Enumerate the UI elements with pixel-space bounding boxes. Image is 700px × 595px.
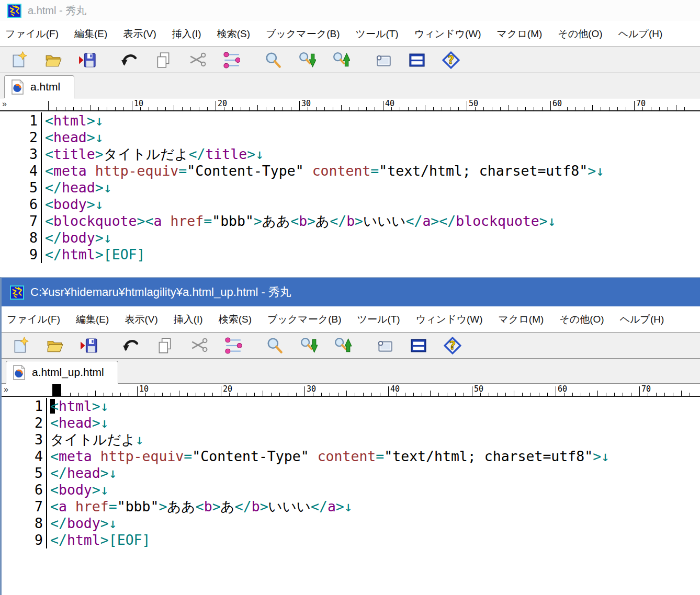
help-icon: ?: [442, 51, 460, 69]
menu-item-6[interactable]: ツール(T): [357, 313, 400, 326]
file-tab[interactable]: a.html: [4, 75, 74, 98]
code-segment: >: [92, 415, 100, 431]
menu-item-9[interactable]: その他(O): [558, 27, 602, 41]
menu-item-8[interactable]: マクロ(M): [497, 27, 543, 41]
paste-button[interactable]: [224, 337, 242, 354]
code-text[interactable]: <html>↓: [46, 398, 109, 415]
code-text[interactable]: <body>↓: [46, 482, 109, 498]
split-window-button[interactable]: [408, 51, 426, 69]
tag-jump-button[interactable]: [374, 51, 392, 69]
save-button[interactable]: [78, 51, 96, 69]
new-file-button[interactable]: [12, 337, 30, 354]
code-segment: >: [247, 146, 255, 162]
help-button[interactable]: ?: [444, 337, 461, 354]
code-text[interactable]: <blockquote><a href="bbb">ああ<b>あ</b>いいい<…: [41, 213, 556, 230]
cut-icon: [188, 51, 206, 69]
paste-button[interactable]: [222, 51, 240, 69]
ruler-tick: [304, 386, 305, 396]
text-area[interactable]: 1<html>↓2<head>↓3<title>タイトルだよ</title>↓4…: [0, 111, 700, 277]
ruler-number: 30: [301, 99, 311, 108]
new-file-button[interactable]: [10, 51, 28, 69]
cut-button[interactable]: [188, 51, 206, 69]
menu-item-0[interactable]: ファイル(F): [5, 27, 59, 41]
menu-item-7[interactable]: ウィンドウ(W): [414, 27, 481, 41]
menu-item-6[interactable]: ツール(T): [356, 27, 399, 41]
menu-item-4[interactable]: 検索(S): [217, 27, 250, 41]
ruler-tick: [639, 386, 640, 396]
code-segment: >: [588, 163, 596, 179]
file-tab[interactable]: a.html_up.html: [6, 361, 118, 384]
menu-item-9[interactable]: その他(O): [559, 313, 604, 326]
code-segment: ↓: [344, 498, 353, 514]
ruler-tick: [87, 393, 87, 396]
menu-item-8[interactable]: マクロ(M): [499, 313, 544, 326]
copy-icon: [154, 51, 172, 69]
menu-item-3[interactable]: 挿入(I): [174, 313, 203, 326]
title-bar[interactable]: a.html - 秀丸: [0, 0, 700, 21]
code-segment: ↓: [255, 146, 264, 162]
code-text[interactable]: </body>↓: [46, 515, 117, 532]
copy-button[interactable]: [154, 51, 172, 69]
code-text[interactable]: </html>[EOF]: [41, 246, 145, 263]
ruler-tick: [668, 107, 668, 110]
menu-item-5[interactable]: ブックマーク(B): [266, 27, 340, 41]
menu-item-3[interactable]: 挿入(I): [172, 27, 201, 41]
ruler-number: 40: [390, 384, 400, 394]
tag-jump-button[interactable]: [376, 337, 393, 354]
code-text[interactable]: </html>[EOF]: [46, 532, 151, 548]
ruler-tick: [129, 393, 129, 396]
menu-item-5[interactable]: ブックマーク(B): [267, 313, 342, 326]
firefox-file-icon: [11, 79, 24, 95]
menu-item-2[interactable]: 表示(V): [123, 27, 156, 41]
code-line: 9</html>[EOF]: [3, 246, 700, 263]
find-next-button[interactable]: [298, 51, 316, 69]
title-bar[interactable]: C:¥usr¥hidemaru¥htmlagility¥a.html_up.ht…: [2, 278, 700, 306]
open-folder-button[interactable]: [44, 51, 62, 69]
code-segment: >: [254, 213, 262, 229]
open-folder-button[interactable]: [46, 337, 64, 354]
text-area[interactable]: 1<html>↓2<head>↓3タイトルだよ↓4<meta http-equi…: [2, 397, 700, 595]
help-button[interactable]: ?: [442, 51, 460, 69]
menu-item-4[interactable]: 検索(S): [219, 313, 252, 326]
find-previous-button[interactable]: [332, 51, 350, 69]
undo-button[interactable]: [120, 51, 138, 69]
code-text[interactable]: <html>↓: [41, 112, 104, 129]
code-text[interactable]: <meta http-equiv="Content-Type" content=…: [41, 163, 604, 179]
undo-button[interactable]: [122, 337, 140, 354]
menu-item-10[interactable]: ヘルプ(H): [618, 27, 663, 41]
code-text[interactable]: <a href="bbb">ああ<b>あ</b>いいい</a>↓: [46, 498, 353, 515]
code-text[interactable]: </body>↓: [41, 230, 112, 246]
code-segment: http-equiv: [100, 448, 184, 464]
code-text[interactable]: <body>↓: [41, 196, 104, 213]
split-window-button[interactable]: [410, 337, 427, 354]
code-segment: >: [212, 498, 221, 514]
code-text[interactable]: タイトルだよ↓: [46, 431, 144, 448]
code-segment: head: [59, 415, 92, 431]
code-text[interactable]: <head>↓: [41, 129, 104, 146]
menu-item-10[interactable]: ヘルプ(H): [620, 313, 664, 326]
ruler-tick: [592, 105, 593, 110]
code-text[interactable]: </head>↓: [41, 179, 112, 196]
code-text[interactable]: <title>タイトルだよ</title>↓: [41, 146, 264, 163]
find-button[interactable]: [266, 337, 284, 354]
find-previous-button[interactable]: [334, 337, 352, 354]
code-segment: <: [45, 196, 53, 212]
copy-button[interactable]: [156, 337, 174, 354]
menu-item-0[interactable]: ファイル(F): [7, 313, 60, 326]
find-next-button[interactable]: [300, 337, 318, 354]
code-text[interactable]: <head>↓: [46, 415, 109, 431]
code-text[interactable]: <meta http-equiv="Content-Type" content=…: [46, 448, 609, 465]
menu-item-2[interactable]: 表示(V): [125, 313, 157, 326]
code-segment: "bbb": [117, 498, 159, 514]
find-button[interactable]: [264, 51, 282, 69]
code-line: 7<a href="bbb">ああ<b>あ</b>いいい</a>↓: [8, 498, 700, 515]
menu-item-1[interactable]: 編集(E): [76, 313, 109, 326]
ruler-tick: [324, 107, 325, 110]
menu-item-1[interactable]: 編集(E): [74, 27, 107, 41]
code-segment: >: [593, 448, 601, 464]
code-line: 8</body>↓: [3, 230, 700, 246]
save-button[interactable]: [80, 337, 98, 354]
code-text[interactable]: </head>↓: [46, 465, 117, 482]
menu-item-7[interactable]: ウィンドウ(W): [416, 313, 483, 326]
cut-button[interactable]: [190, 337, 208, 354]
